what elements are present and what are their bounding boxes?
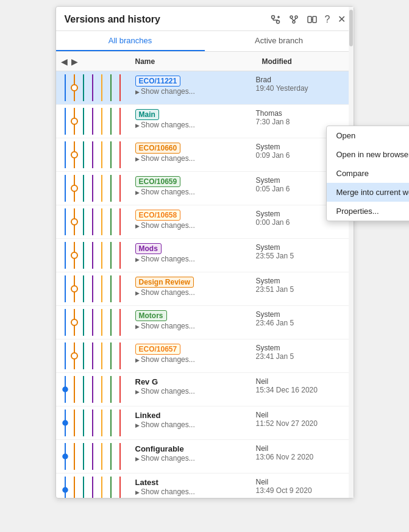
scrollbar-thumb[interactable]: [349, 10, 353, 46]
svg-point-30: [71, 118, 77, 124]
row-info: ECO/10658Show changes...: [135, 208, 256, 230]
row-name[interactable]: ECO/10658: [135, 210, 181, 221]
row-info: MotorsShow changes...: [135, 309, 256, 330]
row-graph: [56, 443, 135, 470]
row-graph: [56, 342, 135, 369]
help-button[interactable]: ?: [323, 12, 332, 27]
panel-title: Versions and history: [65, 14, 160, 25]
row-date: 13:49 Oct 9 2020: [256, 486, 347, 495]
row-graph: [56, 275, 135, 302]
context-menu-item[interactable]: Open: [327, 126, 410, 145]
show-changes-link[interactable]: Show changes...: [135, 387, 256, 395]
show-changes-link[interactable]: Show changes...: [135, 420, 256, 429]
col-name-header: Name: [135, 54, 262, 69]
table-row[interactable]: ModsShow changes...System23:55 Jan 5: [56, 239, 354, 272]
table-row[interactable]: MainShow changes...Thomas7:30 Jan 8: [56, 105, 354, 138]
table-row[interactable]: ECO/10658Show changes...System0:00 Jan 6: [56, 205, 354, 239]
row-name[interactable]: ECO/10657: [135, 344, 181, 355]
compare-button[interactable]: [305, 12, 319, 27]
show-changes-link[interactable]: Show changes...: [135, 488, 256, 496]
row-modified: Neil15:34 Dec 16 2020: [256, 376, 347, 394]
row-name[interactable]: Main: [135, 109, 159, 120]
context-menu-item[interactable]: Compare: [327, 164, 410, 183]
row-name[interactable]: Motors: [135, 310, 167, 321]
row-name[interactable]: Latest: [135, 478, 158, 487]
tab-all-branches[interactable]: All branches: [56, 31, 205, 51]
svg-line-11: [294, 18, 296, 21]
row-info: Design ReviewShow changes...: [135, 275, 256, 297]
show-changes-link[interactable]: Show changes...: [135, 188, 256, 196]
table-row[interactable]: LatestShow changes...Neil13:49 Oct 9 202…: [56, 473, 354, 498]
svg-point-102: [63, 420, 68, 425]
row-date: 23:55 Jan 5: [256, 252, 347, 260]
svg-point-118: [63, 488, 68, 492]
context-menu-item[interactable]: Open in new browser tab: [327, 145, 410, 164]
nav-arrows: ◀ ▶: [61, 57, 78, 66]
svg-point-1: [276, 20, 279, 23]
row-name[interactable]: ECO/10659: [135, 176, 181, 187]
row-date: 23:46 Jan 5: [256, 319, 347, 327]
row-date: 7:30 Jan 8: [256, 118, 347, 126]
row-author: Neil: [256, 444, 347, 453]
row-graph: [56, 309, 135, 336]
table-row[interactable]: LinkedShow changes...Neil11:52 Nov 27 20…: [56, 406, 354, 440]
row-info: ECO/10659Show changes...: [135, 175, 256, 196]
table-row[interactable]: ECO/10660Show changes...System0:09 Jan 6: [56, 138, 354, 172]
merge-button[interactable]: [286, 12, 301, 27]
table-row[interactable]: ECO/10657Show changes...System23:41 Jan …: [56, 339, 354, 373]
svg-point-46: [71, 185, 77, 191]
row-name[interactable]: Linked: [135, 411, 161, 420]
table-row[interactable]: MotorsShow changes...System23:46 Jan 5: [56, 306, 354, 339]
row-date: 13:06 Nov 2 2020: [256, 453, 347, 461]
row-date: 11:52 Nov 27 2020: [256, 419, 347, 428]
row-modified: Neil13:06 Nov 2 2020: [256, 443, 347, 461]
svg-point-86: [71, 353, 77, 359]
svg-point-38: [71, 152, 77, 158]
row-info: LinkedShow changes...: [135, 410, 256, 429]
svg-rect-13: [313, 16, 316, 23]
scrollbar-track[interactable]: [349, 7, 354, 498]
table-header: ◀ ▶ Name Modified: [56, 52, 354, 71]
row-info: ModsShow changes...: [135, 242, 256, 263]
row-name[interactable]: Configurable: [135, 444, 184, 453]
row-modified: System23:55 Jan 5: [256, 242, 347, 260]
table-row[interactable]: Design ReviewShow changes...System23:51 …: [56, 272, 354, 306]
row-name[interactable]: Design Review: [135, 277, 194, 288]
svg-rect-12: [308, 16, 311, 23]
show-changes-link[interactable]: Show changes...: [135, 322, 256, 330]
tab-active-branch[interactable]: Active branch: [205, 31, 354, 51]
svg-point-94: [63, 387, 68, 392]
close-button[interactable]: ✕: [336, 12, 347, 27]
row-name[interactable]: ECO/11221: [135, 76, 181, 87]
row-name[interactable]: Mods: [135, 243, 162, 254]
context-menu-item[interactable]: Properties...: [327, 202, 410, 221]
panel-header: Versions and history: [56, 7, 354, 31]
prev-arrow[interactable]: ◀: [61, 57, 68, 66]
show-changes-link[interactable]: Show changes...: [135, 121, 256, 129]
show-changes-link[interactable]: Show changes...: [135, 355, 256, 364]
show-changes-link[interactable]: Show changes...: [135, 87, 256, 96]
show-changes-link[interactable]: Show changes...: [135, 454, 256, 463]
row-info: ECO/11221Show changes...: [135, 74, 256, 96]
context-menu-item[interactable]: Merge into current workspace: [327, 183, 410, 202]
row-modified: System23:46 Jan 5: [256, 309, 347, 327]
table-row[interactable]: ECO/11221Show changes...Brad19:40 Yester…: [56, 71, 354, 105]
show-changes-link[interactable]: Show changes...: [135, 221, 256, 230]
show-changes-link[interactable]: Show changes...: [135, 288, 256, 297]
table-row[interactable]: Rev GShow changes...Neil15:34 Dec 16 202…: [56, 373, 354, 406]
versions-panel: Versions and history: [55, 6, 354, 498]
row-date: 15:34 Dec 16 2020: [256, 386, 347, 394]
add-branch-button[interactable]: [268, 12, 283, 27]
row-graph: [56, 108, 135, 135]
svg-point-0: [271, 15, 274, 18]
table-row[interactable]: ECO/10659Show changes...System0:05 Jan 6: [56, 172, 354, 205]
row-name[interactable]: ECO/10660: [135, 143, 181, 154]
show-changes-link[interactable]: Show changes...: [135, 255, 256, 263]
row-author: System: [256, 344, 347, 352]
row-graph: [56, 141, 135, 168]
row-name[interactable]: Rev G: [135, 377, 158, 386]
table-row[interactable]: ConfigurableShow changes...Neil13:06 Nov…: [56, 440, 354, 473]
next-arrow[interactable]: ▶: [71, 57, 78, 66]
row-info: LatestShow changes...: [135, 477, 256, 496]
show-changes-link[interactable]: Show changes...: [135, 154, 256, 163]
